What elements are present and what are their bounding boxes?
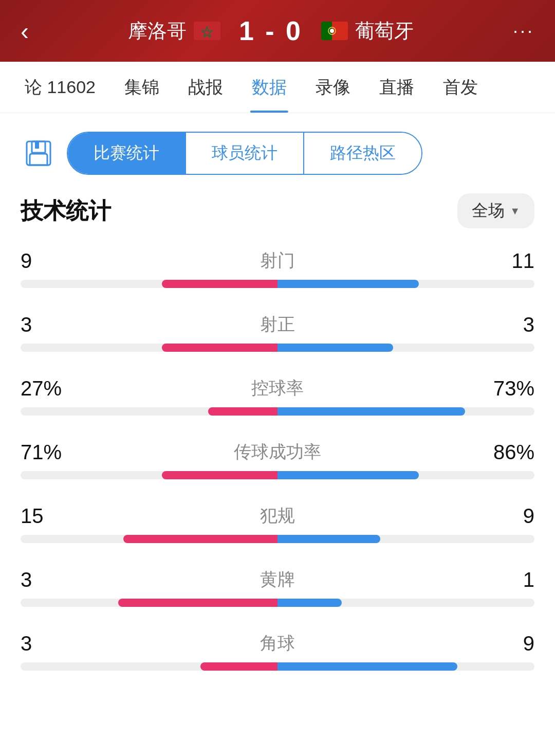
stat-row: 3 射正 3 <box>21 313 534 352</box>
sub-tab-match[interactable]: 比赛统计 <box>68 133 186 174</box>
sub-tab-section: 比赛统计 球员统计 路径热区 <box>0 113 555 193</box>
stat-bar-left-1 <box>162 344 278 352</box>
stat-left-val-1: 3 <box>21 313 72 336</box>
stat-right-val-2: 73% <box>483 377 534 400</box>
stat-right-val-5: 1 <box>483 568 534 591</box>
svg-point-5 <box>330 29 334 33</box>
stat-bar-4 <box>21 535 534 543</box>
stats-filter-button[interactable]: 全场 ▼ <box>457 193 534 228</box>
stat-name-2: 控球率 <box>251 376 304 400</box>
stat-row: 3 黄牌 1 <box>21 568 534 607</box>
stat-name-3: 传球成功率 <box>234 440 321 464</box>
stat-left-val-2: 27% <box>21 377 72 400</box>
away-team-flag <box>321 22 348 40</box>
home-team-name: 摩洛哥 <box>128 18 187 44</box>
stat-bar-5 <box>21 599 534 607</box>
stats-title: 技术统计 <box>21 196 111 226</box>
stat-left-val-4: 15 <box>21 505 72 528</box>
away-team: 葡萄牙 <box>321 18 414 44</box>
stat-left-val-5: 3 <box>21 568 72 591</box>
sub-tab-group: 比赛统计 球员统计 路径热区 <box>67 132 422 175</box>
stat-bar-6 <box>21 662 534 671</box>
stat-row: 27% 控球率 73% <box>21 376 534 416</box>
sub-tab-player[interactable]: 球员统计 <box>186 133 304 174</box>
stat-bar-2 <box>21 407 534 416</box>
stat-right-val-6: 9 <box>483 632 534 655</box>
tab-comment[interactable]: 论 11602 <box>10 62 110 113</box>
stats-rows: 9 射门 11 3 射正 3 27% 控球率 73% 71% <box>21 249 534 671</box>
stat-bar-right-3 <box>278 471 419 479</box>
stat-left-val-6: 3 <box>21 632 72 655</box>
away-team-name: 葡萄牙 <box>355 18 414 44</box>
stat-bar-left-6 <box>200 662 278 671</box>
stat-bar-3 <box>21 471 534 479</box>
filter-label: 全场 <box>472 200 505 222</box>
stat-labels-6: 3 角球 9 <box>21 632 534 655</box>
sub-tab-heatmap[interactable]: 路径热区 <box>304 133 421 174</box>
stat-labels-4: 15 犯规 9 <box>21 504 534 528</box>
home-team-flag <box>194 22 220 40</box>
stat-left-val-0: 9 <box>21 249 72 273</box>
score-section: 摩洛哥 1 - 0 葡萄牙 <box>29 15 513 46</box>
stat-bar-left-4 <box>123 535 278 543</box>
save-icon[interactable] <box>21 135 57 171</box>
stat-bar-left-0 <box>162 280 278 288</box>
stat-row: 71% 传球成功率 86% <box>21 440 534 479</box>
stat-name-0: 射门 <box>260 249 295 273</box>
stats-section: 技术统计 全场 ▼ 9 射门 11 3 射正 3 27% 控球率 73 <box>0 193 555 671</box>
stat-bar-right-6 <box>278 662 457 671</box>
stat-row: 15 犯规 9 <box>21 504 534 543</box>
stats-header: 技术统计 全场 ▼ <box>21 193 534 228</box>
stat-right-val-4: 9 <box>483 505 534 528</box>
stat-bar-right-4 <box>278 535 380 543</box>
stat-labels-5: 3 黄牌 1 <box>21 568 534 591</box>
stat-name-6: 角球 <box>260 632 295 655</box>
stat-bar-left-2 <box>208 407 278 416</box>
svg-rect-8 <box>35 141 39 149</box>
stat-name-1: 射正 <box>260 313 295 336</box>
header: ‹ 摩洛哥 1 - 0 葡萄牙 ··· <box>0 0 555 62</box>
tab-highlights[interactable]: 集锦 <box>110 62 174 113</box>
stat-labels-2: 27% 控球率 73% <box>21 376 534 400</box>
tab-navigation: 论 11602 集锦 战报 数据 录像 直播 首发 <box>0 62 555 113</box>
tab-report[interactable]: 战报 <box>174 62 237 113</box>
stat-bar-right-2 <box>278 407 465 416</box>
stat-labels-0: 9 射门 11 <box>21 249 534 273</box>
stat-bar-left-5 <box>118 599 278 607</box>
more-button[interactable]: ··· <box>513 20 534 42</box>
svg-rect-0 <box>194 22 220 40</box>
stat-right-val-0: 11 <box>483 249 534 273</box>
stat-labels-3: 71% 传球成功率 86% <box>21 440 534 464</box>
home-team: 摩洛哥 <box>128 18 220 44</box>
stat-row: 3 角球 9 <box>21 632 534 671</box>
back-button[interactable]: ‹ <box>21 17 29 45</box>
stat-bar-right-1 <box>278 344 393 352</box>
chevron-down-icon: ▼ <box>510 205 520 217</box>
stat-name-5: 黄牌 <box>260 568 295 591</box>
stat-name-4: 犯规 <box>260 504 295 528</box>
stat-right-val-3: 86% <box>483 441 534 464</box>
stat-bar-right-5 <box>278 599 342 607</box>
match-score: 1 - 0 <box>231 15 311 46</box>
stat-row: 9 射门 11 <box>21 249 534 288</box>
stat-labels-1: 3 射正 3 <box>21 313 534 336</box>
stat-left-val-3: 71% <box>21 441 72 464</box>
stat-bar-0 <box>21 280 534 288</box>
stat-bar-1 <box>21 344 534 352</box>
tab-video[interactable]: 录像 <box>301 62 365 113</box>
stat-right-val-1: 3 <box>483 313 534 336</box>
tab-lineup[interactable]: 首发 <box>429 62 492 113</box>
tab-live[interactable]: 直播 <box>365 62 429 113</box>
stat-bar-right-0 <box>278 280 419 288</box>
tab-data[interactable]: 数据 <box>237 62 301 113</box>
stat-bar-left-3 <box>162 471 278 479</box>
